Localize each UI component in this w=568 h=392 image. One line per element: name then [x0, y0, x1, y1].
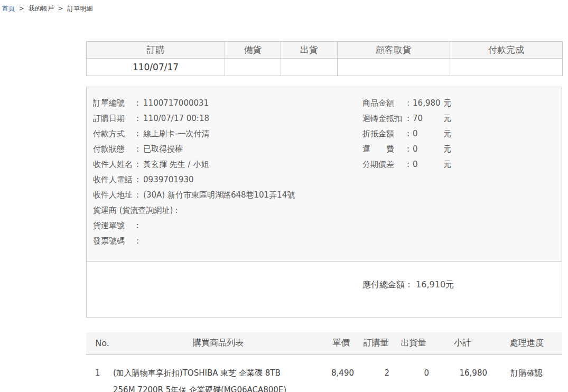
- status-col-shipped: 出貨: [281, 42, 338, 59]
- colon: :: [407, 98, 409, 108]
- shipping-fee-label: 運 費: [362, 142, 407, 157]
- colon: :: [136, 160, 139, 169]
- colon: :: [136, 175, 139, 184]
- status-ordered-date: 110/07/17: [87, 59, 225, 76]
- installment-diff-unit: 元: [443, 160, 451, 169]
- product-unit-price: 8,490: [324, 354, 358, 392]
- invoice-number-label: 發票號碼: [93, 234, 134, 249]
- order-date-row: 訂購日期:110/07/17 00:18: [93, 111, 562, 126]
- payment-status-label: 付款狀態: [93, 142, 134, 157]
- colon: :: [136, 221, 139, 230]
- breadcrumb-separator: >: [19, 5, 24, 12]
- colon: :: [136, 114, 139, 123]
- goods-amount-row: 商品金額:16,980元: [362, 96, 451, 111]
- status-paid-date: [450, 59, 563, 76]
- order-number-label: 訂單編號: [93, 96, 134, 111]
- product-process-status: 訂購確認: [491, 354, 562, 392]
- rebate-deduction-label: 迴轉金抵扣: [362, 111, 407, 126]
- product-col-order-qty: 訂購量: [358, 332, 394, 354]
- total-due-value: 16,910元: [416, 279, 454, 290]
- status-preparing-date: [225, 59, 281, 76]
- colon: :: [407, 160, 409, 169]
- recipient-address-row: 收件人地址:(30A) 新竹市東區明湖路648巷101弄14號: [93, 188, 562, 203]
- order-status-table: 訂購 備貨 出貨 顧客取貨 付款完成 110/07/17: [86, 41, 563, 76]
- recipient-address-value: (30A) 新竹市東區明湖路648巷101弄14號: [143, 190, 295, 200]
- colon: :: [407, 144, 409, 154]
- recipient-phone-value: 0939701930: [143, 175, 193, 184]
- order-date-value: 110/07/17 00:18: [143, 114, 209, 123]
- recipient-name-value: 黃玄揮 先生 / 小姐: [143, 160, 209, 169]
- product-col-status: 處理進度: [491, 332, 562, 354]
- recipient-address-label: 收件人地址: [93, 188, 134, 203]
- status-value-row: 110/07/17: [87, 59, 563, 76]
- discount-amount-value: 0: [413, 126, 443, 142]
- order-date-label: 訂購日期: [93, 111, 134, 126]
- product-col-subtotal: 小計: [433, 332, 491, 354]
- payment-status-row: 付款狀態:已取得授權: [93, 142, 562, 157]
- shipping-fee-unit: 元: [443, 144, 451, 154]
- order-number-row: 訂單編號:1100717000031: [93, 96, 562, 111]
- product-col-name: 購買商品列表: [113, 332, 324, 354]
- colon: :: [175, 206, 178, 215]
- total-due-section: 應付總金額： 16,910元: [87, 262, 562, 317]
- rebate-deduction-unit: 元: [443, 114, 451, 123]
- carrier-row: 貨運商 (貨流查詢網址):: [93, 203, 562, 218]
- recipient-name-row: 收件人姓名:黃玄揮 先生 / 小姐: [93, 157, 562, 172]
- product-order-qty: 2: [358, 354, 394, 392]
- status-col-paid: 付款完成: [450, 42, 563, 59]
- shipping-fee-row: 運 費:0元: [362, 142, 451, 157]
- colon: :: [407, 129, 409, 138]
- product-col-unit-price: 單價: [324, 332, 358, 354]
- product-row-number: 1: [86, 354, 113, 392]
- total-due-label: 應付總金額：: [362, 279, 413, 290]
- order-info-section: 訂單編號:1100717000031 訂購日期:110/07/17 00:18 …: [87, 87, 562, 262]
- recipient-name-label: 收件人姓名: [93, 157, 134, 172]
- tracking-number-row: 貨運單號:: [93, 218, 562, 234]
- recipient-phone-row: 收件人電話:0939701930: [93, 172, 562, 188]
- colon: :: [136, 129, 139, 138]
- rebate-deduction-row: 迴轉金抵扣:70元: [362, 111, 451, 126]
- breadcrumb-link-home[interactable]: 首頁: [2, 5, 15, 12]
- goods-amount-unit: 元: [443, 98, 451, 108]
- payment-method-label: 付款方式: [93, 126, 134, 142]
- installment-diff-row: 分期價差:0元: [362, 157, 451, 172]
- shipping-fee-value: 0: [413, 142, 443, 157]
- colon: :: [136, 190, 139, 200]
- product-ship-qty: 0: [394, 354, 433, 392]
- payment-status-value: 已取得授權: [143, 144, 183, 154]
- carrier-label: 貨運商 (貨流查詢網址): [93, 203, 173, 218]
- discount-amount-row: 折抵金額:0元: [362, 126, 451, 142]
- status-pickup-date: [338, 59, 450, 76]
- breadcrumb-separator: >: [58, 5, 63, 12]
- rebate-deduction-value: 70: [413, 111, 443, 126]
- colon: :: [407, 114, 409, 123]
- status-col-preparing: 備貨: [225, 42, 281, 59]
- breadcrumb-item-order-detail: 訂單明細: [67, 5, 92, 12]
- breadcrumb-item-my-account: 我的帳戶: [29, 5, 54, 12]
- order-amounts-column: 商品金額:16,980元 迴轉金抵扣:70元 折抵金額:0元 運 費:0元 分期…: [362, 96, 451, 172]
- status-col-ordered: 訂購: [87, 42, 225, 59]
- goods-amount-label: 商品金額: [362, 96, 407, 111]
- order-info-box: 訂單編號:1100717000031 訂購日期:110/07/17 00:18 …: [86, 87, 562, 318]
- colon: :: [136, 98, 139, 108]
- discount-amount-unit: 元: [443, 129, 451, 138]
- product-list-table: No. 購買商品列表 單價 訂購量 出貨量 小計 處理進度 1 (加入購物車享折…: [86, 332, 562, 392]
- payment-method-value: 線上刷卡-一次付清: [143, 129, 209, 138]
- status-col-pickup: 顧客取貨: [338, 42, 450, 59]
- tracking-number-label: 貨運單號: [93, 218, 134, 234]
- status-shipped-date: [281, 59, 338, 76]
- colon: :: [136, 236, 139, 246]
- installment-diff-value: 0: [413, 157, 443, 172]
- recipient-phone-label: 收件人電話: [93, 172, 134, 188]
- goods-amount-value: 16,980: [413, 96, 443, 111]
- product-col-ship-qty: 出貨量: [394, 332, 433, 354]
- order-number-value: 1100717000031: [143, 98, 209, 108]
- payment-method-row: 付款方式:線上刷卡-一次付清: [93, 126, 562, 142]
- product-subtotal: 16,980: [433, 354, 491, 392]
- order-info-left-column: 訂單編號:1100717000031 訂購日期:110/07/17 00:18 …: [93, 96, 562, 249]
- breadcrumb: 首頁 > 我的帳戶 > 訂單明細: [0, 0, 568, 11]
- product-col-no: No.: [86, 332, 113, 354]
- colon: :: [136, 144, 139, 154]
- installment-diff-label: 分期價差: [362, 157, 407, 172]
- invoice-number-row: 發票號碼:: [93, 234, 562, 249]
